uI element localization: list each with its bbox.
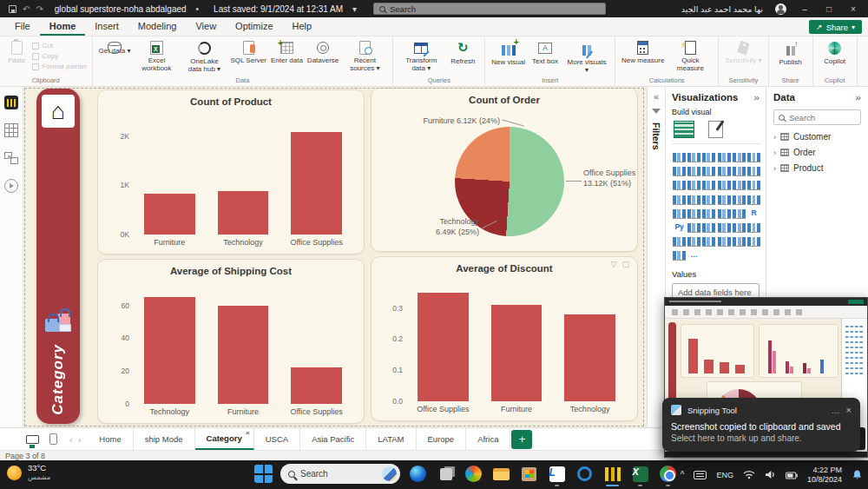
new-visual-button[interactable]: New visual bbox=[490, 39, 527, 68]
dax-query-view-icon[interactable] bbox=[4, 179, 18, 193]
expand-chevron-icon[interactable]: › bbox=[773, 149, 776, 157]
snipping-tool-notification[interactable]: Snipping Tool Screenshot copied to clipb… bbox=[662, 398, 860, 452]
visual-count-of-order[interactable]: Count of Order Furniture 6.12K (24%) Off… bbox=[371, 88, 638, 252]
bar-technology[interactable] bbox=[564, 314, 615, 401]
page-tab-ship-mode[interactable]: ship Mode bbox=[134, 428, 195, 450]
battery-icon[interactable] bbox=[786, 467, 798, 483]
filters-pane-collapsed[interactable]: « Filters bbox=[647, 87, 666, 427]
bar-office-supplies[interactable] bbox=[291, 367, 341, 404]
visual-count-of-product[interactable]: Count of Product 0K1K2KFurnitureTechnolo… bbox=[97, 89, 365, 254]
transform-data-button[interactable]: Transform data ▾ bbox=[398, 39, 444, 74]
tray-chevron-icon[interactable]: ^ bbox=[681, 470, 685, 479]
expand-filters-icon[interactable]: « bbox=[654, 92, 659, 102]
treemap-icon[interactable] bbox=[747, 178, 760, 190]
publish-button[interactable]: Publish bbox=[773, 39, 808, 68]
redo-icon[interactable] bbox=[36, 4, 43, 14]
model-view-icon[interactable] bbox=[4, 151, 18, 165]
toast-close-icon[interactable] bbox=[846, 405, 852, 415]
metrics-icon[interactable] bbox=[673, 235, 686, 247]
quick-measure-button[interactable]: Quick measure bbox=[667, 39, 713, 74]
visual-average-of-discount[interactable]: ▽ ▢ Average of Discount 0.00.10.20.3Offi… bbox=[371, 256, 638, 421]
filter-funnel-icon[interactable]: ▽ bbox=[611, 260, 617, 268]
bar-office-supplies[interactable] bbox=[291, 132, 341, 235]
sql-server-button[interactable]: SQL Server bbox=[228, 39, 268, 66]
stacked-column-chart-icon[interactable] bbox=[687, 150, 700, 162]
task-view-icon[interactable] bbox=[436, 464, 456, 484]
new-measure-button[interactable]: New measure bbox=[620, 39, 666, 66]
new-page-button[interactable]: + bbox=[511, 430, 532, 449]
expand-chevron-icon[interactable]: › bbox=[773, 164, 776, 173]
100-stacked-bar-chart-icon[interactable] bbox=[733, 150, 746, 162]
table-view-icon[interactable] bbox=[4, 123, 18, 137]
onelake-data-hub-button[interactable]: OneLake data hub ▾ bbox=[181, 39, 227, 75]
account-avatar[interactable] bbox=[775, 3, 786, 15]
close-tab-icon[interactable]: × bbox=[246, 429, 250, 437]
taskbar-search-box[interactable]: Search bbox=[280, 464, 400, 484]
collapse-pane-icon[interactable]: » bbox=[754, 92, 760, 102]
maximize-button[interactable]: □ bbox=[823, 4, 835, 14]
report-view-icon[interactable] bbox=[4, 96, 18, 109]
r-script-visual-icon[interactable]: R bbox=[747, 207, 760, 219]
key-influencers-icon[interactable] bbox=[702, 221, 715, 233]
menu-insert[interactable]: Insert bbox=[85, 17, 128, 36]
line-chart-icon[interactable] bbox=[673, 164, 686, 176]
get-data-button[interactable]: Get data ▾ bbox=[97, 39, 133, 56]
page-tab-asia-pacific[interactable]: Asia Pacific bbox=[300, 428, 366, 450]
notification-bell-icon[interactable] bbox=[852, 469, 863, 480]
write-visual-icon[interactable] bbox=[673, 248, 686, 261]
power-automate-visual-icon[interactable] bbox=[702, 235, 715, 247]
dataverse-button[interactable]: Dataverse bbox=[306, 39, 340, 66]
format-visual-tab-icon[interactable] bbox=[708, 121, 723, 138]
gauge-icon[interactable] bbox=[733, 193, 746, 205]
matrix-icon[interactable] bbox=[733, 207, 746, 219]
collapse-pane-icon[interactable]: » bbox=[856, 92, 861, 102]
refresh-button[interactable]: Refresh bbox=[445, 39, 480, 67]
filled-map-icon[interactable] bbox=[687, 193, 700, 205]
line-clustered-column-chart-icon[interactable] bbox=[733, 164, 746, 176]
decomposition-tree-icon[interactable] bbox=[687, 221, 700, 233]
table-order[interactable]: ›Order bbox=[773, 148, 861, 157]
chrome-icon[interactable] bbox=[658, 464, 678, 484]
linkedin-icon[interactable]: L bbox=[547, 464, 567, 484]
100-stacked-column-chart-icon[interactable] bbox=[747, 150, 760, 162]
shape-map-icon[interactable] bbox=[702, 193, 715, 205]
copilot-icon[interactable] bbox=[464, 464, 483, 484]
prev-page-icon[interactable]: ‹ bbox=[69, 434, 73, 445]
menu-view[interactable]: View bbox=[186, 17, 226, 36]
toast-submessage[interactable]: Select here to mark up and share. bbox=[671, 433, 852, 443]
recent-sources-button[interactable]: Recent sources ▾ bbox=[341, 39, 388, 74]
visual-average-of-shipping-cost[interactable]: Average of Shipping Cost 0204060Technolo… bbox=[97, 259, 365, 424]
card-icon[interactable] bbox=[747, 193, 760, 205]
share-button[interactable]: Share bbox=[809, 20, 862, 34]
close-button[interactable]: × bbox=[847, 4, 859, 14]
menu-file[interactable]: File bbox=[5, 17, 40, 36]
qa-visual-icon[interactable] bbox=[718, 221, 731, 233]
python-visual-icon[interactable]: Py bbox=[673, 221, 686, 233]
focus-mode-icon[interactable]: ▢ bbox=[621, 260, 629, 268]
bar-furniture[interactable] bbox=[144, 194, 194, 235]
page-tab-home[interactable]: Home bbox=[88, 428, 133, 450]
next-page-icon[interactable]: › bbox=[78, 434, 82, 445]
table-customer[interactable]: ›Customer bbox=[773, 132, 861, 142]
table-icon[interactable] bbox=[718, 207, 731, 219]
power-apps-visual-icon[interactable] bbox=[687, 235, 700, 247]
build-visual-tab-icon[interactable] bbox=[674, 121, 694, 138]
slicer-icon[interactable] bbox=[702, 207, 715, 219]
mobile-view-icon[interactable] bbox=[49, 433, 57, 445]
bar-technology[interactable] bbox=[218, 191, 268, 235]
line-stacked-column-chart-icon[interactable] bbox=[718, 164, 731, 176]
ribbon-chart-icon[interactable] bbox=[747, 164, 760, 176]
menu-home[interactable]: Home bbox=[40, 17, 86, 36]
copilot-button[interactable]: Copilot bbox=[818, 39, 852, 67]
toast-more-icon[interactable] bbox=[832, 406, 840, 415]
area-chart-icon[interactable] bbox=[687, 164, 700, 176]
bar-office-supplies[interactable] bbox=[418, 293, 468, 401]
start-button[interactable] bbox=[254, 465, 273, 483]
kpi-icon[interactable] bbox=[687, 207, 700, 219]
menu-help[interactable]: Help bbox=[283, 17, 322, 36]
custom-visual-icon[interactable] bbox=[733, 235, 746, 247]
clustered-column-chart-icon[interactable] bbox=[718, 150, 731, 162]
menu-modeling[interactable]: Modeling bbox=[128, 17, 187, 36]
minimize-button[interactable]: – bbox=[799, 4, 811, 14]
page-tab-usca[interactable]: USCA bbox=[254, 428, 300, 450]
